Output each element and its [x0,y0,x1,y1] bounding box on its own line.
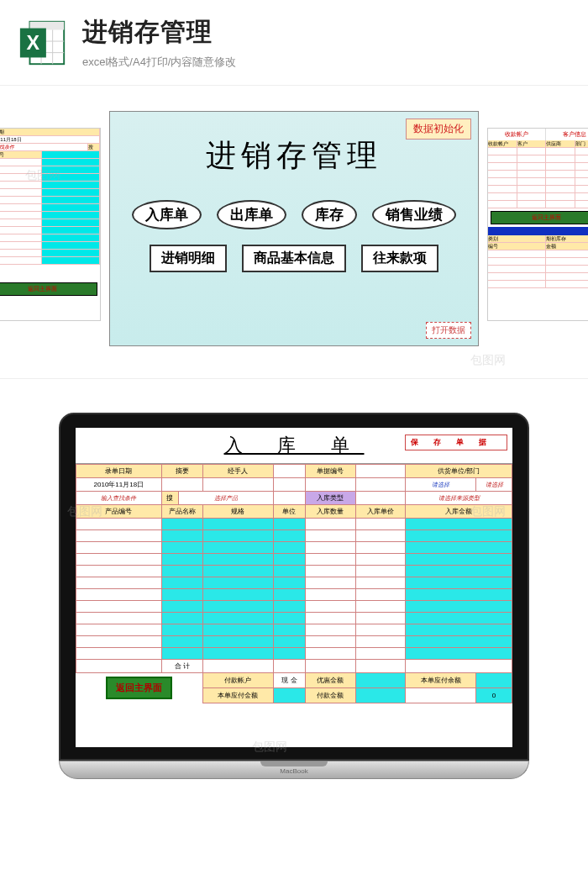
total-label: 合 计 [161,660,202,673]
cell-label: 入库类型 [306,492,356,505]
search-hint[interactable]: 输入查找条件 [76,492,162,505]
preview-section-menu: 录单日期 2010年11月18日 输入查找条件搜 产品编号 返回主界面 收款帐户… [0,85,588,379]
excel-icon: X [17,17,69,69]
cell-label: 本单应付余额 [406,673,476,688]
col-header: 规格 [202,505,273,519]
laptop-brand: MacBook [280,767,307,775]
save-button[interactable]: 保存单据 [405,435,507,450]
laptop-mockup: 入 库 单 保存单据 录单日期 摘要 经手人 单据编号 供货单位/部门 2010… [59,413,529,779]
footer-row: 返回主界面 付款帐户 现 金 优惠金额 本单应付余额 [76,673,512,688]
sheet-title-text: 入 库 单 [224,435,365,456]
mini-header: 录单日期 [0,129,100,135]
select-link[interactable]: 请选择 [406,478,476,492]
cell-label: 供货单位/部门 [406,465,512,478]
mini-col: 期初库存 [546,235,588,242]
table-row[interactable] [76,519,512,530]
table-row[interactable] [76,554,512,566]
sales-button[interactable]: 销售业绩 [372,200,456,229]
cell-value[interactable]: 现 金 [273,673,306,688]
mini-col: 类别 [488,235,546,242]
cell-label: 录单日期 [76,465,162,478]
table-row[interactable] [76,589,512,601]
payments-button[interactable]: 往来款项 [361,245,438,272]
mini-col: 金额 [546,243,588,250]
cell-date[interactable]: 2010年11月18日 [76,478,162,492]
table-row[interactable] [76,577,512,589]
mini-tabs: 收款帐户 客户信息 [488,129,588,140]
cell-value: 0 [476,687,512,703]
cell-label: 付款金额 [306,687,356,703]
col-header: 入库数量 [306,505,356,519]
table-row[interactable] [76,648,512,660]
product-info-button[interactable]: 商品基本信息 [242,245,346,272]
select-product-link[interactable]: 选择产品 [178,492,273,505]
mini-tab[interactable]: 收款帐户 [488,129,546,140]
select-link[interactable]: 请选择 [476,478,512,492]
table-row[interactable] [76,566,512,577]
mini-col: 部门 [575,140,589,147]
cell-label: 摘要 [161,465,202,478]
page-header: X 进销存管理 excel格式/A4打印/内容随意修改 [0,0,588,85]
search-button[interactable]: 搜 [161,492,178,505]
col-header: 产品名称 [161,505,202,519]
mini-sheet-left: 录单日期 2010年11月18日 输入查找条件搜 产品编号 返回主界面 [0,128,101,321]
mini-back-button[interactable]: 返回主界面 [0,282,97,296]
mini-search-button[interactable]: 搜 [88,144,100,150]
sheet-title: 入 库 单 保存单据 [76,428,512,464]
laptop-screen: 入 库 单 保存单据 录单日期 摘要 经手人 单据编号 供货单位/部门 2010… [76,428,512,747]
cell-label: 本单应付金额 [202,687,273,703]
select-type-link[interactable]: 请选择来源类型 [406,492,512,505]
page-title: 进销存管理 [82,15,571,50]
col-header: 入库单价 [355,505,406,519]
mini-back-button[interactable]: 返回主界面 [491,211,588,224]
col-header: 入库金额 [406,505,512,519]
back-main-button[interactable]: 返回主界面 [106,677,172,699]
inbound-sheet: 录单日期 摘要 经手人 单据编号 供货单位/部门 2010年11月18日 请选择… [76,464,512,703]
mini-col: 收款帐户 [488,140,517,147]
cell-label: 经手人 [202,465,273,478]
col-header: 产品编号 [76,505,162,519]
inventory-button[interactable]: 库存 [302,200,357,229]
mini-col: 供应商 [546,140,575,147]
mini-col: 客户 [517,140,547,147]
cell-label: 付款帐户 [202,673,273,688]
table-row[interactable] [76,624,512,636]
svg-text:X: X [27,31,40,53]
table-row[interactable] [76,542,512,554]
table-row[interactable] [76,613,512,624]
page-subtitle: excel格式/A4打印/内容随意修改 [82,55,571,70]
laptop-base: MacBook [59,761,529,779]
table-row[interactable] [76,530,512,542]
outbound-button[interactable]: 出库单 [217,200,286,229]
mini-date: 2010年11月18日 [0,136,100,143]
mini-search-hint: 输入查找条件 [0,144,88,150]
col-header: 单位 [273,505,306,519]
table-row[interactable] [76,636,512,648]
open-data-button[interactable]: 打开数据 [426,322,471,339]
init-data-button[interactable]: 数据初始化 [406,119,471,140]
cell-label: 优惠金额 [306,673,356,688]
table-row[interactable] [76,601,512,613]
cell-label: 单据编号 [306,465,356,478]
mini-sheet-right: 收款帐户 客户信息 收款帐户客户供应商部门 返回主界面 类别期初库存 编号金额 [487,128,588,321]
mini-col: 编号 [488,243,546,250]
detail-button[interactable]: 进销明细 [150,245,227,272]
inbound-button[interactable]: 入库单 [132,200,202,229]
preview-section-laptop: 入 库 单 保存单据 录单日期 摘要 经手人 单据编号 供货单位/部门 2010… [0,379,588,850]
mini-header: 产品编号 [0,151,42,158]
total-row: 合 计 [76,660,512,673]
mini-tab[interactable]: 客户信息 [546,129,588,140]
main-menu-panel: 数据初始化 进销存管理 入库单 出库单 库存 销售业绩 进销明细 商品基本信息 … [109,111,479,346]
